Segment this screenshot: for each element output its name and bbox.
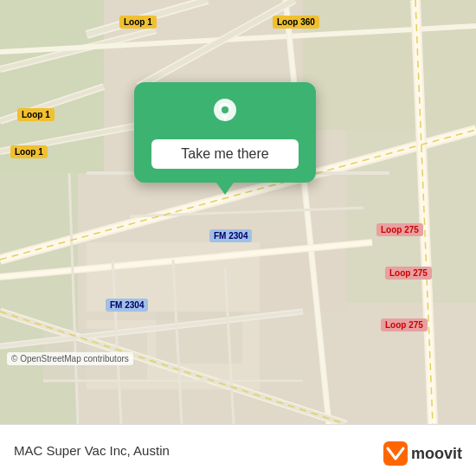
- osm-attribution: © OpenStreetMap contributors: [7, 352, 133, 365]
- moovit-logo: moovit: [383, 441, 462, 466]
- road-label-fm2304-right: FM 2304: [209, 229, 252, 242]
- road-label-loop360: Loop 360: [273, 16, 319, 29]
- road-label-fm2304-left: FM 2304: [106, 299, 148, 312]
- location-pin-icon: [208, 96, 242, 131]
- svg-rect-2: [0, 173, 78, 424]
- road-label-loop275-top: Loop 275: [376, 223, 423, 236]
- location-name: MAC Super Vac Inc, Austin: [14, 443, 170, 458]
- map-container: Loop 1 Loop 360 Loop 1 Loop 1 FM 2304 Lo…: [0, 0, 476, 424]
- road-label-loop1-mid: Loop 1: [17, 108, 55, 121]
- bottom-bar: MAC Super Vac Inc, Austin moovit: [0, 424, 476, 476]
- moovit-text: moovit: [411, 445, 462, 463]
- moovit-icon: [383, 441, 408, 466]
- road-label-loop1-left: Loop 1: [10, 145, 48, 158]
- popup-card: Take me there: [134, 82, 316, 183]
- svg-rect-46: [383, 441, 408, 466]
- svg-point-45: [222, 106, 228, 113]
- road-label-loop275-bot: Loop 275: [381, 318, 428, 331]
- take-me-there-button[interactable]: Take me there: [151, 139, 299, 169]
- svg-rect-3: [303, 0, 476, 130]
- road-label-loop275-mid: Loop 275: [385, 267, 432, 280]
- road-label-loop1-top: Loop 1: [119, 16, 157, 29]
